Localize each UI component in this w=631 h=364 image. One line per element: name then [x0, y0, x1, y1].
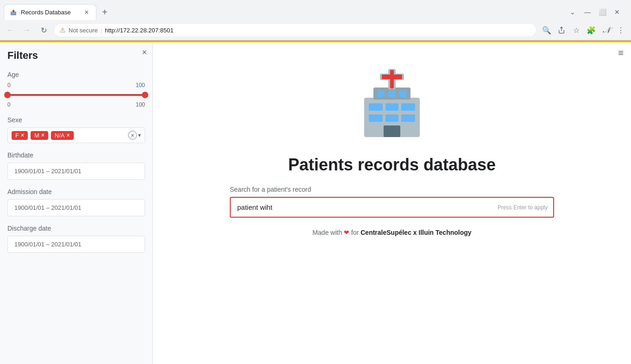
browser-chrome: Records Database × + ⌄ — ⬜ ✕ ← → ↻ ⚠ Not… [0, 0, 631, 40]
sexe-badge-f: F × [12, 131, 28, 140]
svg-rect-9 [401, 103, 415, 111]
page-title: Patients records database [288, 155, 496, 175]
window-chevron-button[interactable]: ⌄ [566, 6, 579, 19]
footer: Made with ❤ for CentraleSupélec x Illuin… [312, 229, 471, 236]
age-label: Age [7, 71, 145, 78]
sidebar: × Filters Age 0 100 0 100 Sexe [0, 42, 153, 364]
address-separator: | [101, 27, 102, 34]
age-range-values: 0 100 [7, 82, 145, 88]
discharge-date-range-box[interactable]: 1900/01/01 – 2021/01/01 [7, 236, 145, 253]
search-label: Search for a patient's record [230, 186, 554, 193]
admission-date-label: Admission date [7, 188, 145, 195]
discharge-date-label: Discharge date [7, 225, 145, 232]
toolbar-icons: 🔍 ☆ 🧩 𝒩 ⋮ [540, 24, 627, 37]
svg-rect-21 [382, 75, 402, 79]
sexe-badge-m-close[interactable]: × [41, 132, 44, 138]
profile-button[interactable]: 𝒩 [599, 24, 612, 37]
window-close-button[interactable]: ✕ [611, 6, 624, 19]
birthdate-range-box[interactable]: 1900/01/01 – 2021/01/01 [7, 163, 145, 180]
age-range-max-label: 100 [136, 101, 145, 108]
hamburger-menu-button[interactable]: ≡ [618, 48, 624, 58]
svg-rect-12 [401, 114, 415, 122]
birthdate-filter: Birthdate 1900/01/01 – 2021/01/01 [7, 151, 145, 180]
sexe-badge-na-text: N/A [55, 132, 65, 139]
slider-fill [7, 94, 145, 96]
tab-bar: Records Database × + ⌄ — ⬜ ✕ [0, 0, 631, 20]
age-min-value: 0 [7, 82, 11, 88]
forward-button[interactable]: → [20, 24, 33, 37]
sexe-badge-m: M × [31, 131, 48, 140]
svg-rect-11 [385, 114, 398, 122]
tab-close-button[interactable]: × [83, 9, 90, 16]
filters-title: Filters [7, 50, 145, 62]
sexe-badge-na: N/A × [51, 131, 74, 140]
share-button[interactable] [555, 24, 568, 37]
admission-date-filter: Admission date 1900/01/01 – 2021/01/01 [7, 188, 145, 216]
not-secure-label: Not secure [69, 27, 98, 34]
main-content: ≡ [153, 42, 631, 364]
window-controls: ⌄ — ⬜ ✕ [566, 4, 627, 20]
bookmark-button[interactable]: ☆ [570, 24, 583, 37]
new-tab-button[interactable]: + [98, 6, 111, 19]
sexe-badge-m-text: M [34, 132, 39, 139]
footer-brand: CentraleSupélec x Illuin Technology [360, 229, 471, 236]
age-slider[interactable] [7, 90, 145, 100]
sexe-dropdown-button[interactable]: ✕ ▾ [128, 131, 141, 140]
birthdate-label: Birthdate [7, 151, 145, 159]
svg-rect-16 [388, 90, 396, 97]
address-input[interactable]: ⚠ Not secure | http://172.22.28.207:8501 [54, 23, 536, 37]
search-toolbar-button[interactable]: 🔍 [540, 24, 553, 37]
search-input[interactable] [231, 198, 553, 217]
tab-title: Records Database [21, 9, 79, 16]
admission-date-range-box[interactable]: 1900/01/01 – 2021/01/01 [7, 199, 145, 216]
extensions-button[interactable]: 🧩 [585, 24, 598, 37]
reload-button[interactable]: ↻ [37, 24, 50, 37]
svg-rect-17 [399, 90, 407, 97]
svg-rect-13 [384, 126, 400, 137]
heart-icon: ❤ [344, 229, 349, 236]
footer-text-for: for [351, 229, 359, 236]
footer-text-made-with: Made with [312, 229, 342, 236]
back-button[interactable]: ← [4, 24, 17, 37]
sexe-badge-f-close[interactable]: × [21, 132, 24, 138]
age-range-labels: 0 100 [7, 101, 145, 108]
hospital-icon [350, 61, 434, 144]
age-max-value: 100 [136, 82, 145, 88]
sexe-container: F × M × N/A × ✕ ▾ [7, 127, 145, 143]
sidebar-close-button[interactable]: × [142, 48, 147, 57]
age-filter: Age 0 100 0 100 [7, 71, 145, 108]
sexe-chevron-icon: ▾ [138, 132, 141, 138]
svg-rect-8 [385, 103, 398, 111]
tab-favicon [10, 9, 17, 16]
sexe-badge-f-text: F [15, 132, 19, 139]
discharge-date-filter: Discharge date 1900/01/01 – 2021/01/01 [7, 225, 145, 253]
age-slider-min-thumb[interactable] [4, 92, 11, 98]
url-text: http://172.22.28.207:8501 [105, 27, 173, 34]
window-minimize-button[interactable]: — [581, 6, 594, 19]
svg-rect-7 [369, 103, 383, 111]
svg-rect-5 [13, 11, 14, 12]
svg-rect-15 [377, 90, 385, 97]
sexe-label: Sexe [7, 116, 145, 124]
address-bar: ← → ↻ ⚠ Not secure | http://172.22.28.20… [0, 20, 631, 40]
sexe-circle-icon: ✕ [128, 131, 137, 140]
search-box: Press Enter to apply [230, 197, 554, 218]
sexe-filter: Sexe F × M × N/A × ✕ ▾ [7, 116, 145, 143]
app-content: × Filters Age 0 100 0 100 Sexe [0, 42, 631, 364]
sexe-badge-na-close[interactable]: × [67, 132, 70, 138]
security-warning-icon: ⚠ [60, 26, 66, 34]
window-maximize-button[interactable]: ⬜ [596, 6, 609, 19]
search-section: Search for a patient's record Press Ente… [230, 186, 554, 218]
hero-section: Patients records database Search for a p… [153, 42, 631, 236]
age-slider-max-thumb[interactable] [142, 92, 148, 98]
menu-button[interactable]: ⋮ [614, 24, 627, 37]
active-tab[interactable]: Records Database × [4, 4, 96, 20]
age-range-min-label: 0 [7, 101, 11, 108]
svg-rect-10 [369, 114, 383, 122]
